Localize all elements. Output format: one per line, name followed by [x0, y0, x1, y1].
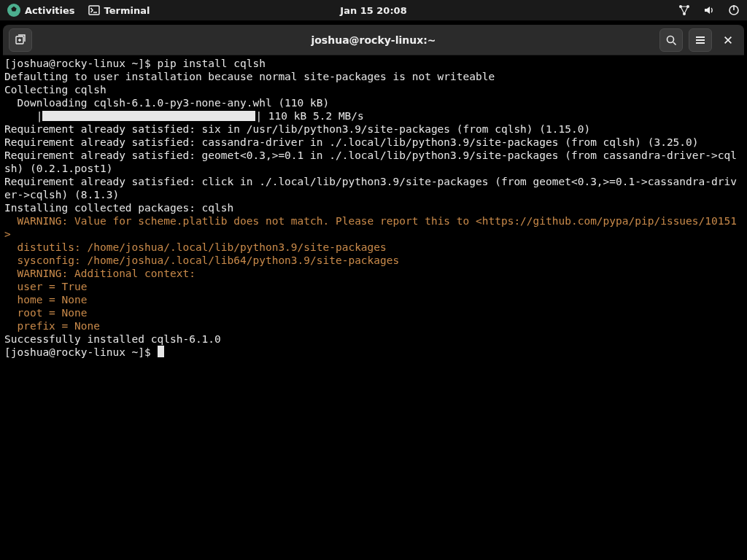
clock-menu[interactable]: Jan 15 20:08	[340, 5, 406, 16]
terminal-viewport[interactable]: [joshua@rocky-linux ~]$ pip install cqls…	[3, 55, 744, 360]
output-line: Collecting cqlsh	[4, 84, 107, 96]
warning-line: WARNING: Value for scheme.platlib does n…	[4, 214, 740, 241]
window-title: joshua@rocky-linux:~	[3, 34, 744, 46]
svg-point-7	[667, 36, 674, 42]
clock-label: Jan 15 20:08	[340, 5, 406, 16]
svg-rect-5	[733, 5, 735, 10]
shell-prompt: [joshua@rocky-linux ~]$	[4, 346, 158, 358]
gnome-top-bar: Activities Terminal Jan 15 20:08	[0, 0, 747, 20]
terminal-app-icon	[88, 4, 100, 16]
activities-label: Activities	[25, 5, 75, 16]
command-text: pip install cqlsh	[158, 58, 266, 69]
power-icon[interactable]	[728, 4, 740, 16]
new-tab-button[interactable]	[9, 28, 32, 52]
warning-line: WARNING: Additional context:	[4, 268, 196, 279]
shell-prompt: [joshua@rocky-linux ~]$	[4, 58, 158, 69]
window-titlebar: joshua@rocky-linux:~	[3, 25, 744, 55]
terminal-cursor	[158, 346, 164, 357]
output-line: Installing collected packages: cqlsh	[4, 202, 233, 214]
warning-line: prefix = None	[4, 320, 100, 332]
warning-line: distutils: /home/joshua/.local/lib/pytho…	[4, 241, 387, 253]
output-line: Requirement already satisfied: six in /u…	[4, 122, 590, 136]
output-line: Requirement already satisfied: cassandra…	[4, 136, 699, 149]
network-icon[interactable]	[678, 4, 690, 16]
current-app-menu[interactable]: Terminal	[88, 4, 150, 16]
output-line: Defaulting to user installation because …	[4, 71, 495, 82]
activities-button[interactable]: Activities	[7, 4, 75, 17]
distro-logo-icon	[7, 4, 20, 17]
output-line: Downloading cqlsh-6.1.0-py3-none-any.whl…	[4, 97, 329, 109]
warning-line: user = True	[4, 281, 88, 292]
warning-line: root = None	[4, 307, 88, 319]
download-progress-bar	[42, 111, 255, 121]
output-line: Requirement already satisfied: geomet<0.…	[4, 149, 740, 175]
warning-line: sysconfig: /home/joshua/.local/lib64/pyt…	[4, 254, 399, 266]
hamburger-menu-button[interactable]	[689, 28, 712, 52]
output-line: Successfully installed cqlsh-6.1.0	[4, 333, 221, 345]
warning-line: home = None	[4, 294, 88, 306]
volume-icon[interactable]	[703, 4, 715, 16]
close-button[interactable]	[718, 30, 738, 50]
output-line: | 110 kB 5.2 MB/s	[255, 110, 370, 122]
terminal-window: joshua@rocky-linux:~ [joshua@rocky-linux…	[3, 25, 744, 560]
output-line: Requirement already satisfied: click in …	[4, 175, 740, 201]
search-button[interactable]	[659, 28, 683, 52]
svg-rect-0	[89, 6, 99, 15]
current-app-label: Terminal	[104, 5, 150, 16]
output-line: |	[4, 110, 42, 122]
